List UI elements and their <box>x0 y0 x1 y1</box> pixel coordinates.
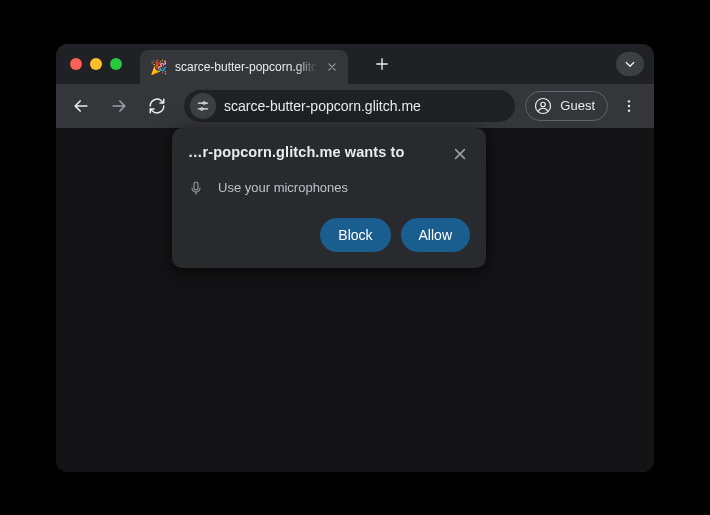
arrow-left-icon <box>71 96 91 116</box>
browser-window: 🎉 scarce-butter-popcorn.glitch <box>56 44 654 472</box>
permission-actions: Block Allow <box>188 218 470 252</box>
permission-item-label: Use your microphones <box>218 180 348 195</box>
permission-item: Use your microphones <box>188 180 470 196</box>
tab-favicon-icon: 🎉 <box>150 59 167 75</box>
address-bar[interactable]: scarce-butter-popcorn.glitch.me <box>184 90 515 122</box>
page-content: …r-popcorn.glitch.me wants to Use your m… <box>56 128 654 472</box>
reload-icon <box>148 97 166 115</box>
block-button[interactable]: Block <box>320 218 390 252</box>
svg-point-0 <box>203 101 205 103</box>
svg-rect-7 <box>194 182 198 190</box>
permission-close-button[interactable] <box>450 144 470 164</box>
microphone-icon <box>188 180 204 196</box>
window-zoom-button[interactable] <box>110 58 122 70</box>
close-icon <box>453 147 467 161</box>
chevron-down-icon <box>624 58 636 70</box>
permission-title: …r-popcorn.glitch.me wants to <box>188 144 412 160</box>
forward-button[interactable] <box>102 89 136 123</box>
svg-point-6 <box>628 109 630 111</box>
profile-label: Guest <box>560 98 595 113</box>
profile-button[interactable]: Guest <box>525 91 608 121</box>
window-minimize-button[interactable] <box>90 58 102 70</box>
person-circle-icon <box>534 97 552 115</box>
svg-point-2 <box>536 98 551 113</box>
tune-icon <box>196 99 210 113</box>
arrow-right-icon <box>109 96 129 116</box>
svg-point-5 <box>628 104 630 106</box>
site-settings-button[interactable] <box>190 93 216 119</box>
close-icon <box>327 62 337 72</box>
reload-button[interactable] <box>140 89 174 123</box>
permission-header: …r-popcorn.glitch.me wants to <box>188 144 470 164</box>
kebab-icon <box>621 98 637 114</box>
tab-overflow-button[interactable] <box>616 52 644 76</box>
new-tab-button[interactable] <box>368 50 396 78</box>
svg-point-1 <box>201 107 203 109</box>
tab-title: scarce-butter-popcorn.glitch <box>175 60 317 74</box>
url-text: scarce-butter-popcorn.glitch.me <box>224 98 421 114</box>
plus-icon <box>375 57 389 71</box>
window-controls <box>70 58 122 70</box>
back-button[interactable] <box>64 89 98 123</box>
allow-button[interactable]: Allow <box>401 218 470 252</box>
browser-tab[interactable]: 🎉 scarce-butter-popcorn.glitch <box>140 50 348 84</box>
menu-button[interactable] <box>612 89 646 123</box>
toolbar: scarce-butter-popcorn.glitch.me Guest <box>56 84 654 128</box>
window-close-button[interactable] <box>70 58 82 70</box>
svg-point-4 <box>628 100 630 102</box>
tab-close-button[interactable] <box>325 59 340 75</box>
svg-point-3 <box>541 102 546 107</box>
title-bar: 🎉 scarce-butter-popcorn.glitch <box>56 44 654 84</box>
permission-dialog: …r-popcorn.glitch.me wants to Use your m… <box>172 128 486 268</box>
